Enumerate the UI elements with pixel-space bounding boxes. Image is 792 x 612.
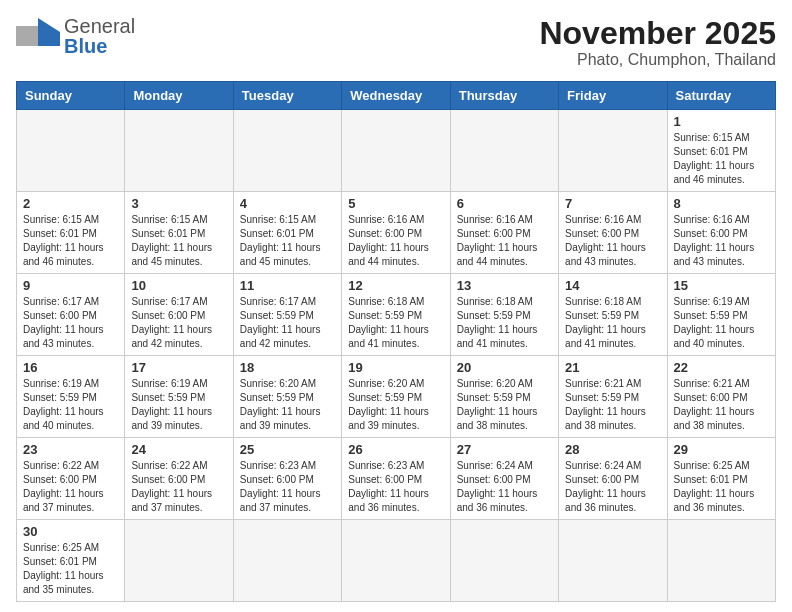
calendar-cell: 7Sunrise: 6:16 AMSunset: 6:00 PMDaylight… [559,192,667,274]
svg-rect-0 [16,26,38,46]
cell-info: Sunrise: 6:17 AMSunset: 6:00 PMDaylight:… [23,295,118,351]
cell-info: Sunrise: 6:16 AMSunset: 6:00 PMDaylight:… [348,213,443,269]
calendar-cell [233,110,341,192]
day-number: 12 [348,278,443,293]
day-header-tuesday: Tuesday [233,82,341,110]
cell-info: Sunrise: 6:16 AMSunset: 6:00 PMDaylight:… [457,213,552,269]
month-year: November 2025 [539,16,776,51]
day-header-thursday: Thursday [450,82,558,110]
day-number: 11 [240,278,335,293]
cell-info: Sunrise: 6:18 AMSunset: 5:59 PMDaylight:… [565,295,660,351]
cell-info: Sunrise: 6:19 AMSunset: 5:59 PMDaylight:… [131,377,226,433]
header: General Blue November 2025 Phato, Chumph… [16,16,776,69]
day-number: 13 [457,278,552,293]
day-number: 19 [348,360,443,375]
calendar-cell: 21Sunrise: 6:21 AMSunset: 5:59 PMDayligh… [559,356,667,438]
day-number: 27 [457,442,552,457]
cell-info: Sunrise: 6:21 AMSunset: 6:00 PMDaylight:… [674,377,769,433]
day-number: 1 [674,114,769,129]
cell-info: Sunrise: 6:24 AMSunset: 6:00 PMDaylight:… [457,459,552,515]
day-number: 7 [565,196,660,211]
calendar-cell: 1Sunrise: 6:15 AMSunset: 6:01 PMDaylight… [667,110,775,192]
cell-info: Sunrise: 6:21 AMSunset: 5:59 PMDaylight:… [565,377,660,433]
cell-info: Sunrise: 6:20 AMSunset: 5:59 PMDaylight:… [240,377,335,433]
calendar-cell: 9Sunrise: 6:17 AMSunset: 6:00 PMDaylight… [17,274,125,356]
day-number: 14 [565,278,660,293]
cell-info: Sunrise: 6:17 AMSunset: 6:00 PMDaylight:… [131,295,226,351]
day-number: 20 [457,360,552,375]
calendar-cell [233,520,341,602]
day-header-monday: Monday [125,82,233,110]
calendar-cell [342,520,450,602]
calendar-cell: 11Sunrise: 6:17 AMSunset: 5:59 PMDayligh… [233,274,341,356]
calendar-cell [450,520,558,602]
day-number: 15 [674,278,769,293]
day-number: 28 [565,442,660,457]
cell-info: Sunrise: 6:15 AMSunset: 6:01 PMDaylight:… [131,213,226,269]
cell-info: Sunrise: 6:17 AMSunset: 5:59 PMDaylight:… [240,295,335,351]
cell-info: Sunrise: 6:23 AMSunset: 6:00 PMDaylight:… [348,459,443,515]
calendar: SundayMondayTuesdayWednesdayThursdayFrid… [16,81,776,602]
logo: General Blue [16,16,135,56]
svg-rect-2 [38,32,60,46]
title-section: November 2025 Phato, Chumphon, Thailand [539,16,776,69]
calendar-cell [342,110,450,192]
calendar-cell: 12Sunrise: 6:18 AMSunset: 5:59 PMDayligh… [342,274,450,356]
calendar-cell [559,520,667,602]
calendar-cell: 23Sunrise: 6:22 AMSunset: 6:00 PMDayligh… [17,438,125,520]
day-number: 18 [240,360,335,375]
cell-info: Sunrise: 6:18 AMSunset: 5:59 PMDaylight:… [457,295,552,351]
calendar-cell: 18Sunrise: 6:20 AMSunset: 5:59 PMDayligh… [233,356,341,438]
svg-marker-1 [38,18,60,32]
day-number: 5 [348,196,443,211]
calendar-cell: 28Sunrise: 6:24 AMSunset: 6:00 PMDayligh… [559,438,667,520]
calendar-cell: 25Sunrise: 6:23 AMSunset: 6:00 PMDayligh… [233,438,341,520]
day-number: 23 [23,442,118,457]
cell-info: Sunrise: 6:15 AMSunset: 6:01 PMDaylight:… [674,131,769,187]
calendar-cell: 19Sunrise: 6:20 AMSunset: 5:59 PMDayligh… [342,356,450,438]
cell-info: Sunrise: 6:18 AMSunset: 5:59 PMDaylight:… [348,295,443,351]
calendar-cell: 4Sunrise: 6:15 AMSunset: 6:01 PMDaylight… [233,192,341,274]
day-number: 16 [23,360,118,375]
day-number: 8 [674,196,769,211]
calendar-cell: 20Sunrise: 6:20 AMSunset: 5:59 PMDayligh… [450,356,558,438]
cell-info: Sunrise: 6:16 AMSunset: 6:00 PMDaylight:… [565,213,660,269]
calendar-cell [17,110,125,192]
day-number: 26 [348,442,443,457]
day-number: 24 [131,442,226,457]
cell-info: Sunrise: 6:24 AMSunset: 6:00 PMDaylight:… [565,459,660,515]
day-number: 3 [131,196,226,211]
calendar-cell [125,110,233,192]
cell-info: Sunrise: 6:15 AMSunset: 6:01 PMDaylight:… [240,213,335,269]
cell-info: Sunrise: 6:15 AMSunset: 6:01 PMDaylight:… [23,213,118,269]
cell-info: Sunrise: 6:22 AMSunset: 6:00 PMDaylight:… [23,459,118,515]
calendar-cell [450,110,558,192]
calendar-cell [125,520,233,602]
day-header-wednesday: Wednesday [342,82,450,110]
day-number: 21 [565,360,660,375]
cell-info: Sunrise: 6:19 AMSunset: 5:59 PMDaylight:… [674,295,769,351]
calendar-cell: 26Sunrise: 6:23 AMSunset: 6:00 PMDayligh… [342,438,450,520]
day-header-sunday: Sunday [17,82,125,110]
day-number: 22 [674,360,769,375]
calendar-cell: 30Sunrise: 6:25 AMSunset: 6:01 PMDayligh… [17,520,125,602]
calendar-cell: 22Sunrise: 6:21 AMSunset: 6:00 PMDayligh… [667,356,775,438]
day-number: 4 [240,196,335,211]
calendar-cell [667,520,775,602]
cell-info: Sunrise: 6:20 AMSunset: 5:59 PMDaylight:… [457,377,552,433]
calendar-cell: 24Sunrise: 6:22 AMSunset: 6:00 PMDayligh… [125,438,233,520]
location: Phato, Chumphon, Thailand [539,51,776,69]
day-number: 10 [131,278,226,293]
calendar-cell: 29Sunrise: 6:25 AMSunset: 6:01 PMDayligh… [667,438,775,520]
calendar-cell: 16Sunrise: 6:19 AMSunset: 5:59 PMDayligh… [17,356,125,438]
calendar-cell: 10Sunrise: 6:17 AMSunset: 6:00 PMDayligh… [125,274,233,356]
calendar-cell: 13Sunrise: 6:18 AMSunset: 5:59 PMDayligh… [450,274,558,356]
day-number: 25 [240,442,335,457]
day-number: 9 [23,278,118,293]
calendar-cell: 14Sunrise: 6:18 AMSunset: 5:59 PMDayligh… [559,274,667,356]
calendar-cell: 2Sunrise: 6:15 AMSunset: 6:01 PMDaylight… [17,192,125,274]
calendar-cell: 3Sunrise: 6:15 AMSunset: 6:01 PMDaylight… [125,192,233,274]
cell-info: Sunrise: 6:23 AMSunset: 6:00 PMDaylight:… [240,459,335,515]
cell-info: Sunrise: 6:25 AMSunset: 6:01 PMDaylight:… [674,459,769,515]
calendar-cell [559,110,667,192]
